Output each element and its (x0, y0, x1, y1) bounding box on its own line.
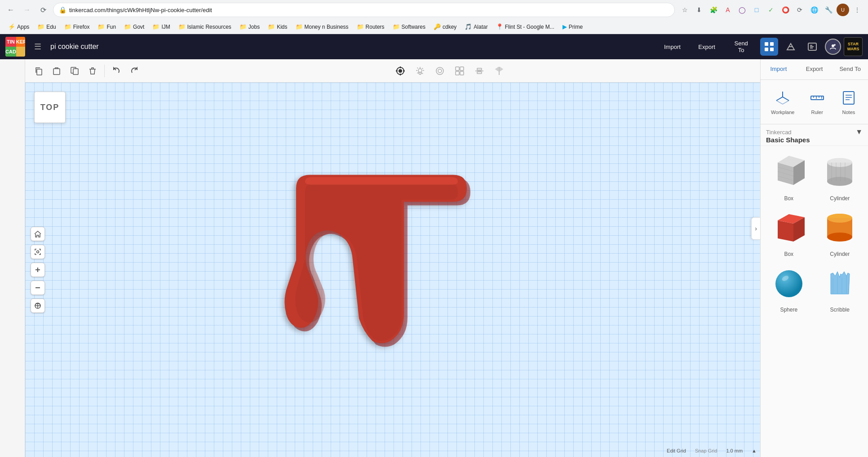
bookmark-routers[interactable]: 📁 Routers (353, 22, 388, 31)
extension-btn-3[interactable]: □ (750, 4, 763, 16)
library-name: Basic Shapes (766, 136, 863, 144)
zoom-in-button[interactable] (31, 263, 45, 277)
profile-avatar-btn[interactable]: U (837, 4, 849, 16)
address-bar[interactable]: 🔒 tinkercad.com/things/cWk9hHtljNw-pi-co… (53, 3, 675, 17)
tc-logo-box: TIN KER CAD (5, 37, 25, 57)
camera-target-button[interactable] (392, 63, 408, 79)
shape-cylinder-gray[interactable]: Cylinder (817, 151, 863, 202)
shape-cylinder-gray-preview (819, 151, 860, 192)
bookmark-money[interactable]: 📁 Money n Business (292, 22, 352, 31)
shape-sphere-teal-preview (769, 263, 809, 303)
shape-scribble[interactable]: Scribble (817, 263, 863, 313)
svg-point-23 (436, 67, 443, 75)
snap-up-icon[interactable]: ▲ (752, 448, 757, 453)
bookmark-star-button[interactable]: ☆ (678, 4, 691, 16)
bookmark-firefox[interactable]: 📁 Firefox (61, 22, 93, 31)
redo-button[interactable] (126, 63, 142, 79)
code-view-button[interactable] (803, 38, 821, 56)
starwars-badge[interactable]: STARWARS (844, 37, 863, 56)
import-action-btn[interactable]: Import (761, 59, 797, 79)
export-action-btn[interactable]: Export (797, 59, 833, 79)
view-orientation-button[interactable] (31, 299, 45, 313)
snap-grid-value[interactable]: 1.0 mm (726, 448, 743, 453)
bookmark-govt[interactable]: 📁 Govt (120, 22, 148, 31)
home-view-button[interactable] (31, 227, 45, 241)
svg-rect-0 (765, 42, 768, 46)
shape-box-gray[interactable]: Box (766, 151, 812, 202)
shape-box-red[interactable]: Box (766, 207, 812, 257)
extension-btn-1[interactable]: A (722, 4, 734, 16)
extensions-icon-btn[interactable]: 🧩 (707, 4, 720, 16)
bookmark-flint[interactable]: 📍 Flint St - Google M... (492, 22, 558, 31)
shape-toggle-button[interactable] (432, 63, 448, 79)
bookmark-jobs[interactable]: 📁 Jobs (236, 22, 263, 31)
kids-folder-icon: 📁 (268, 23, 275, 30)
build-view-button[interactable] (782, 38, 800, 56)
extension-btn-5[interactable]: ⭕ (779, 4, 792, 16)
send-to-button[interactable]: Send To (726, 36, 757, 57)
svg-rect-30 (477, 68, 482, 70)
bookmark-edu[interactable]: 📁 Edu (34, 22, 59, 31)
paste-button[interactable] (49, 63, 65, 79)
workplane-tool[interactable]: Workplane (767, 85, 798, 119)
grid-view-button[interactable] (760, 38, 778, 56)
browser-chrome: ← → ⟳ 🔒 tinkercad.com/things/cWk9hHtljNw… (0, 0, 868, 34)
align-button[interactable] (471, 63, 487, 79)
reload-button[interactable]: ⟳ (37, 4, 49, 16)
notes-tool[interactable]: Notes (836, 85, 861, 119)
bookmark-ijm[interactable]: 📁 IJM (149, 22, 173, 31)
pi-model[interactable] (269, 153, 494, 387)
extension-btn-6[interactable]: ⟳ (793, 4, 806, 16)
bookmark-kids[interactable]: 📁 Kids (264, 22, 291, 31)
bookmark-islamic[interactable]: 📁 Islamic Resources (175, 22, 235, 31)
extension-btn-8[interactable]: 🔧 (822, 4, 835, 16)
add-profile-button[interactable] (825, 39, 841, 55)
library-dropdown-button[interactable]: ▼ (855, 128, 863, 136)
zoom-out-button[interactable] (31, 281, 45, 295)
shape-cylinder-orange[interactable]: Cylinder (817, 207, 863, 257)
right-panel: Import Export Send To Workplane (760, 59, 868, 457)
duplicate-button[interactable] (66, 63, 83, 79)
ruler-tool[interactable]: Ruler (805, 85, 830, 119)
flip-button[interactable] (491, 63, 507, 79)
tc-header: TIN KER CAD ☰ pi cookie cutter Import Ex… (0, 34, 868, 59)
bookmark-fun[interactable]: 📁 Fun (94, 22, 120, 31)
extension-btn-4[interactable]: ✓ (765, 4, 777, 16)
light-button[interactable] (412, 63, 428, 79)
copy-button[interactable] (31, 63, 47, 79)
bookmark-softwares[interactable]: 📁 Softwares (389, 22, 429, 31)
menu-button[interactable]: ⋮ (851, 4, 864, 16)
svg-rect-13 (53, 69, 60, 75)
import-button[interactable]: Import (657, 40, 688, 54)
back-button[interactable]: ← (4, 4, 17, 16)
cdkey-icon: 🔑 (434, 23, 441, 30)
shape-cylinder-orange-preview (819, 207, 860, 247)
snap-button[interactable] (452, 63, 468, 79)
send-to-action-btn[interactable]: Send To (832, 59, 868, 79)
profile-area: STARWARS (825, 37, 863, 56)
delete-button[interactable] (84, 63, 101, 79)
extension-btn-7[interactable]: 🌐 (808, 4, 820, 16)
panel-collapse-button[interactable]: › (751, 217, 760, 240)
svg-rect-3 (770, 48, 774, 51)
tc-menu-button[interactable]: ☰ (31, 40, 45, 54)
top-view-label: TOP (40, 103, 60, 112)
undo-button[interactable] (108, 63, 124, 79)
shape-sphere-teal[interactable]: Sphere (766, 263, 812, 313)
export-button[interactable]: Export (691, 40, 722, 54)
logo-ker: KER (16, 37, 25, 47)
bookmark-prime-label: Prime (569, 24, 583, 30)
bookmark-prime[interactable]: ▶ Prime (559, 22, 586, 31)
svg-rect-12 (37, 69, 42, 75)
extension-btn-2[interactable]: ◯ (736, 4, 748, 16)
forward-button[interactable]: → (21, 4, 33, 16)
edit-grid-label[interactable]: Edit Grid (667, 448, 686, 453)
canvas-3d[interactable]: TOP (25, 83, 760, 457)
bookmark-apps[interactable]: ⚡ Apps (4, 22, 33, 31)
bookmark-cdkey[interactable]: 🔑 cdkey (430, 22, 460, 31)
downloads-button[interactable]: ⬇ (693, 4, 705, 16)
fit-view-button[interactable] (31, 245, 45, 259)
ruler-icon (808, 89, 826, 107)
svg-marker-34 (500, 67, 503, 71)
bookmark-alatar[interactable]: 🎵 Alatar (461, 22, 491, 31)
